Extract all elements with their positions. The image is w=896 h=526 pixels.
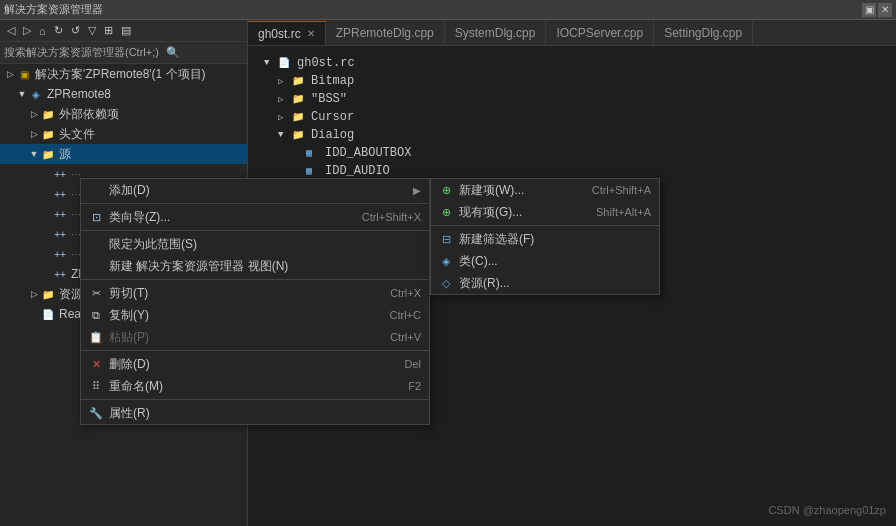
menu-item-cut[interactable]: ✂ 剪切(T) Ctrl+X [81,282,429,304]
toolbar-home[interactable]: ⌂ [36,24,49,38]
toolbar-row: ◁ ▷ ⌂ ↻ ↺ ▽ ⊞ ▤ [0,20,247,42]
solution-icon: ▣ [16,66,32,82]
rc-item-root[interactable]: ▼ 📄 gh0st.rc [256,54,888,72]
tab-setting[interactable]: SettingDlg.cpp [654,21,753,45]
folder-icon: 📁 [40,106,56,122]
toolbar-sync[interactable]: ↻ [51,23,66,38]
menu-sep3 [81,279,429,280]
copy-label: 复制(Y) [109,307,149,324]
sub-menu-item-existing[interactable]: ⊕ 现有项(G)... Shift+Alt+A [431,201,659,223]
rc-aboutbox-label: IDD_ABOUTBOX [325,146,411,160]
tab-label: gh0st.rc [258,27,301,41]
class2-label: 类(C)... [459,253,498,270]
title-bar-buttons: ▣ ✕ [862,3,892,17]
rc-file-icon: 📄 [278,57,294,69]
menu-item-class-wizard[interactable]: ⊡ 类向导(Z)... Ctrl+Shift+X [81,206,429,228]
rc-dialog-label: Dialog [311,128,354,142]
close-button[interactable]: ✕ [878,3,892,17]
menu-item-new-view[interactable]: 新建 解决方案资源管理器 视图(N) [81,255,429,277]
menu-item-copy[interactable]: ⧉ 复制(Y) Ctrl+C [81,304,429,326]
props-label: 属性(R) [109,405,150,422]
paste-label: 粘贴(P) [109,329,149,346]
rc-item-bss[interactable]: ▷ 📁 "BSS" [256,90,888,108]
toolbar-props[interactable]: ⊞ [101,23,116,38]
project-label: ZPRemote8 [47,87,111,101]
menu-item-delete[interactable]: ✕ 删除(D) Del [81,353,429,375]
class-icon: ⊡ [89,210,103,224]
rc-item-cursor[interactable]: ▷ 📁 Cursor [256,108,888,126]
tab-gh0st-rc[interactable]: gh0st.rc ✕ [248,21,326,45]
toolbar-back[interactable]: ◁ [4,23,18,38]
toolbar-preview[interactable]: ▤ [118,23,134,38]
new-view-label: 新建 解决方案资源管理器 视图(N) [109,258,288,275]
rc-item-aboutbox[interactable]: ▦ IDD_ABOUTBOX [256,144,888,162]
toolbar-filter[interactable]: ▽ [85,23,99,38]
tab-iocp[interactable]: IOCPServer.cpp [546,21,654,45]
rc-root-label: gh0st.rc [297,56,355,70]
menu-item-rename[interactable]: ⠿ 重命名(M) F2 [81,375,429,397]
tab-close-icon[interactable]: ✕ [307,28,315,39]
copy-icon: ⧉ [89,308,103,322]
menu-sep2 [81,230,429,231]
watermark-text: CSDN @zhaopeng01zp [768,504,886,516]
rc-folder-icon: 📁 [292,129,308,141]
menu-sep4 [81,350,429,351]
class-wizard-label: 类向导(Z)... [109,209,170,226]
scope-label: 限定为此范围(S) [109,236,197,253]
rc-res-icon: ▦ [306,165,322,177]
tree-arrow: ▷ [28,108,40,120]
sub-menu-item-resource[interactable]: ◇ 资源(R)... [431,272,659,294]
cpp-icon: ++ [52,166,68,182]
watermark: CSDN @zhaopeng01zp [768,504,886,516]
sub-menu-item-new[interactable]: ⊕ 新建项(W)... Ctrl+Shift+A [431,179,659,201]
tree-item-solution[interactable]: ▷ ▣ 解决方案'ZPRemote8'(1 个项目) [0,64,247,84]
cpp-icon: ++ [52,246,68,262]
existing-shortcut: Shift+Alt+A [596,206,651,218]
menu-item-scope[interactable]: 限定为此范围(S) [81,233,429,255]
sub-menu-item-class[interactable]: ◈ 类(C)... [431,250,659,272]
rc-bitmap-label: Bitmap [311,74,354,88]
tab-label: SettingDlg.cpp [664,26,742,40]
menu-item-props[interactable]: 🔧 属性(R) [81,402,429,424]
pin-button[interactable]: ▣ [862,3,876,17]
new-item-label: 新建项(W)... [459,182,524,199]
toolbar-forward[interactable]: ▷ [20,23,34,38]
rc-bss-label: "BSS" [311,92,347,106]
tab-label: ZPRemoteDlg.cpp [336,26,434,40]
sub-menu-item-filter[interactable]: ⊟ 新建筛选器(F) [431,228,659,250]
tree-arrow: ▷ [4,68,16,80]
tree-arrow: ▼ [28,148,40,160]
folder-icon: 📁 [40,286,56,302]
rc-item-bitmap[interactable]: ▷ 📁 Bitmap [256,72,888,90]
search-button[interactable]: 🔍 [163,45,183,60]
cut-icon: ✂ [89,286,103,300]
tab-zpremote-dlg[interactable]: ZPRemoteDlg.cpp [326,21,445,45]
tab-label: SystemDlg.cpp [455,26,536,40]
tree-item-sources[interactable]: ▼ 📁 源 [0,144,247,164]
title-bar: 解决方案资源管理器 ▣ ✕ [0,0,896,20]
folder-icon: 📁 [40,126,56,142]
add-label: 添加(D) [109,182,150,199]
tree-item-external-deps[interactable]: ▷ 📁 外部依赖项 [0,104,247,124]
rc-item-dialog[interactable]: ▼ 📁 Dialog [256,126,888,144]
scope-icon [89,237,103,251]
copy-shortcut: Ctrl+C [390,309,421,321]
headers-label: 头文件 [59,126,95,143]
toolbar-refresh[interactable]: ↺ [68,23,83,38]
sources-label: 源 [59,146,71,163]
menu-item-add[interactable]: 添加(D) ▶ [81,179,429,201]
solution-label: 解决方案'ZPRemote8'(1 个项目) [35,66,206,83]
tree-arrow [40,228,52,240]
tab-label: IOCPServer.cpp [556,26,643,40]
rc-folder-icon: 📁 [292,75,308,87]
tree-arrow [40,208,52,220]
tree-item-project[interactable]: ▼ ◈ ZPRemote8 [0,84,247,104]
tree-item-headers[interactable]: ▷ 📁 头文件 [0,124,247,144]
title-bar-title: 解决方案资源管理器 [4,2,103,17]
tab-system-dlg[interactable]: SystemDlg.cpp [445,21,547,45]
cut-shortcut: Ctrl+X [390,287,421,299]
paste-shortcut: Ctrl+V [390,331,421,343]
rename-icon: ⠿ [89,379,103,393]
filter-icon: ⊟ [439,232,453,246]
search-label: 搜索解决方案资源管理器(Ctrl+;) [4,45,159,60]
